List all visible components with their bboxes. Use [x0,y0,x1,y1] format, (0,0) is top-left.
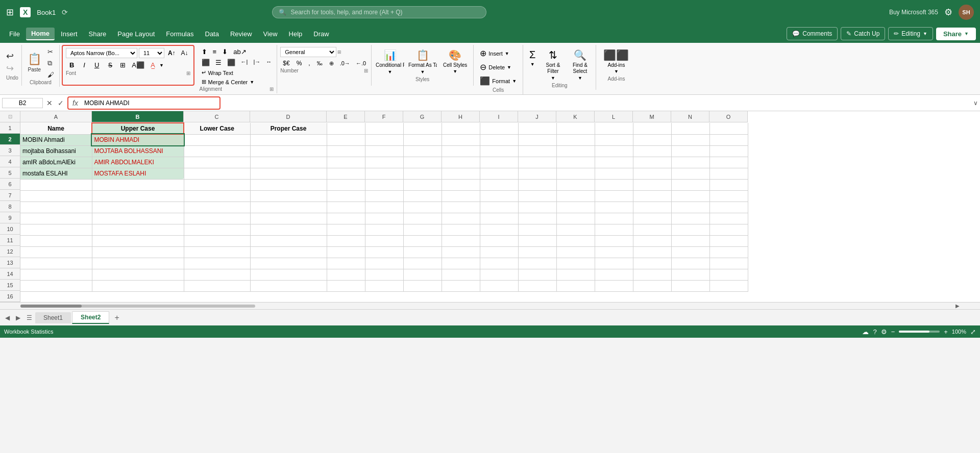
bold-button[interactable]: B [66,60,78,70]
format-num1-button[interactable]: ‰ [314,59,325,67]
horizontal-scrollbar[interactable]: ▶ [0,302,980,309]
cell-B2[interactable]: MOBIN AHMADI [92,134,184,145]
align-bottom-button[interactable]: ⬇ [220,47,230,57]
row-num-7[interactable]: 7 [0,190,20,201]
col-header-H[interactable]: H [442,111,480,122]
col-header-O[interactable]: O [709,111,748,122]
alignment-expand-icon[interactable]: ⊞ [270,86,274,93]
cell-A5[interactable]: mostafa ESLAHI [20,168,92,179]
cell-C1[interactable]: Lower Case [184,123,250,134]
addins-button[interactable]: ⬛⬛ Add-ins ▼ [599,47,633,76]
cell-C5[interactable] [184,168,250,179]
cell-B5[interactable]: MOSTAFA ESLAHI [92,168,184,179]
col-header-M[interactable]: M [633,111,671,122]
cell-D1[interactable]: Proper Case [250,123,327,134]
col-header-B[interactable]: B [92,111,184,122]
cond-dropdown[interactable]: ▼ [388,69,393,74]
sum-button[interactable]: Σ ▼ [526,47,538,69]
format-as-table-button[interactable]: 📋 Format As Table ▼ [407,47,438,77]
undo-button[interactable]: ↩ [6,51,18,62]
col-header-E[interactable]: E [327,111,365,122]
col-header-J[interactable]: J [518,111,556,122]
find-dropdown[interactable]: ▼ [578,76,582,81]
indent-increase-button[interactable]: |→ [251,58,262,67]
find-select-button[interactable]: 🔍 Find & Select ▼ [567,47,593,83]
col-header-N[interactable]: N [671,111,709,122]
increase-decimal-button[interactable]: .0→ [338,59,352,67]
cell-A2[interactable]: MOBIN Ahmadi [20,134,92,145]
sum-dropdown[interactable]: ▼ [530,62,535,67]
formula-expand[interactable]: ∨ [973,99,978,107]
row-num-1[interactable]: 1 [0,122,20,134]
settings-icon[interactable]: ⚙ [944,7,952,18]
strikethrough-button[interactable]: S̶ [105,60,116,70]
formula-input[interactable] [81,98,215,108]
row-num-11[interactable]: 11 [0,235,20,246]
styles-dropdown[interactable]: ▼ [453,69,457,74]
scroll-right-arrow[interactable]: ▶ [955,303,960,309]
cell-B3[interactable]: MOJTABA BOLHASSANI [92,145,184,157]
confirm-button[interactable]: ✓ [56,99,65,107]
catchup-button[interactable]: ✎ Catch Up [841,27,885,40]
sort-dropdown[interactable]: ▼ [551,76,555,81]
menu-file[interactable]: File [4,28,25,40]
cell-D2[interactable] [250,134,327,145]
table-dropdown[interactable]: ▼ [421,69,425,74]
col-header-D[interactable]: D [250,111,327,122]
merge-center-button[interactable]: ⊞ Merge & Center ▼ [200,78,274,86]
col-header-K[interactable]: K [556,111,595,122]
row-num-3[interactable]: 3 [0,145,20,156]
workbook-stats-button[interactable]: Workbook Statistics [4,329,53,335]
menu-draw[interactable]: Draw [308,28,334,40]
redo-button[interactable]: ↪ [6,63,18,74]
row-num-13[interactable]: 13 [0,257,20,268]
comments-button[interactable]: 💬 Comments [787,27,838,40]
sheet-options-button[interactable]: ☰ [23,312,35,323]
cell-B1[interactable]: Upper Case [92,123,184,134]
row-num-6[interactable]: 6 [0,179,20,190]
merge-dropdown[interactable]: ▼ [250,80,254,85]
rtl-button[interactable]: ↔ [264,58,274,67]
col-header-F[interactable]: F [365,111,403,122]
menu-insert[interactable]: Insert [56,28,83,40]
row-num-15[interactable]: 15 [0,280,20,291]
underline-button[interactable]: U [91,60,103,70]
menu-home[interactable]: Home [26,28,55,40]
cell-D3[interactable] [250,145,327,157]
sort-filter-button[interactable]: ⇅ Sort & Filter ▼ [540,47,566,83]
font-color-button[interactable]: A̲ [149,60,157,70]
currency-button[interactable]: $€ [280,59,292,68]
addins-dropdown[interactable]: ▼ [614,69,619,74]
doc-name[interactable]: Book1 [37,9,56,16]
fullscreen-button[interactable]: ⤢ [970,328,976,336]
col-header-L[interactable]: L [595,111,633,122]
row-num-12[interactable]: 12 [0,246,20,257]
cell-C2[interactable] [184,134,250,145]
italic-button[interactable]: I [80,60,89,70]
cell-E1[interactable] [327,123,365,134]
cell-A3[interactable]: mojtaba Bolhassani [20,145,92,157]
col-header-I[interactable]: I [480,111,518,122]
insert-dropdown[interactable]: ▼ [505,51,509,56]
number-expand-icon[interactable]: ⊞ [337,49,341,55]
zoom-in-button[interactable]: + [944,328,948,336]
border-button[interactable]: ⊞ [118,60,128,70]
align-middle-button[interactable]: ≡ [211,47,219,57]
row-num-16[interactable]: 16 [0,291,20,302]
insert-cells-button[interactable]: ⊕ Insert ▼ [477,47,520,60]
ms365-link[interactable]: Buy Microsoft 365 [889,9,938,16]
align-left-button[interactable]: ⬛ [200,58,212,67]
cell-styles-button[interactable]: 🎨 Cell Styles ▼ [440,47,470,76]
sheet-tab-sheet1[interactable]: Sheet1 [35,312,71,323]
cut-button[interactable]: ✂ [45,47,56,57]
format-dropdown[interactable]: ▼ [512,79,517,84]
number-expand-icon2[interactable]: ⊞ [364,68,368,75]
add-sheet-button[interactable]: + [110,311,123,324]
delete-dropdown[interactable]: ▼ [507,65,511,70]
editing-button[interactable]: ✏ Editing ▼ [888,27,933,40]
delete-cells-button[interactable]: ⊖ Delete ▼ [477,61,520,73]
row-num-10[interactable]: 10 [0,223,20,235]
settings-icon2[interactable]: ⚙ [881,328,887,336]
row-num-4[interactable]: 4 [0,156,20,167]
number-format-select[interactable]: General [280,47,336,57]
